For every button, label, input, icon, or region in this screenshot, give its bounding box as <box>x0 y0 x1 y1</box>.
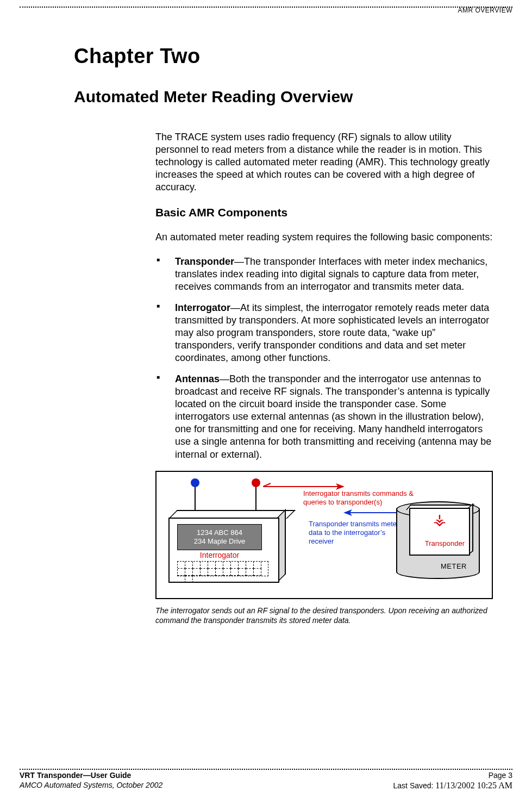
list-item: Interrogator—At its simplest, the interr… <box>155 302 493 364</box>
interrogator-label: Interrogator <box>177 551 262 559</box>
figure-diagram: 1234 ABC 864 234 Maple Drive Interrogato… <box>155 471 493 599</box>
figure-caption: The interrogator sends out an RF signal … <box>155 606 493 625</box>
antenna-stem <box>195 484 196 512</box>
chapter-title: Chapter Two <box>74 45 496 68</box>
receive-antenna-icon <box>191 478 199 487</box>
transmit-antenna-icon <box>252 478 260 487</box>
list-item: Antennas—Both the transponder and the in… <box>155 373 493 460</box>
intro-paragraph: The TRACE system uses radio frequency (R… <box>155 131 493 194</box>
sub-heading: Basic AMR Components <box>155 206 493 220</box>
receive-annotation: Transponder transmits meter data to the … <box>309 520 401 546</box>
header-right: AMR OVERVIEW <box>20 7 512 14</box>
list-item: Transponder—The transponder Interfaces w… <box>155 256 493 293</box>
transmit-annotation: Interrogator transmits commands & querie… <box>303 489 417 507</box>
transponder-label: Transponder <box>425 539 465 547</box>
meter-label: METER <box>441 562 467 570</box>
transponder-antenna-icon: ⚶ <box>433 512 446 527</box>
antenna-stem <box>255 484 256 512</box>
device-screen: 1234 ABC 864 234 Maple Drive <box>177 524 262 550</box>
page-footer: VRT Transponder—User Guide Page 3 AMCO A… <box>20 769 512 790</box>
device-keypad <box>177 561 268 576</box>
component-list: Transponder—The transponder Interfaces w… <box>155 256 493 460</box>
lead-in: An automated meter reading system requir… <box>155 231 493 244</box>
section-title: Automated Meter Reading Overview <box>74 88 496 106</box>
